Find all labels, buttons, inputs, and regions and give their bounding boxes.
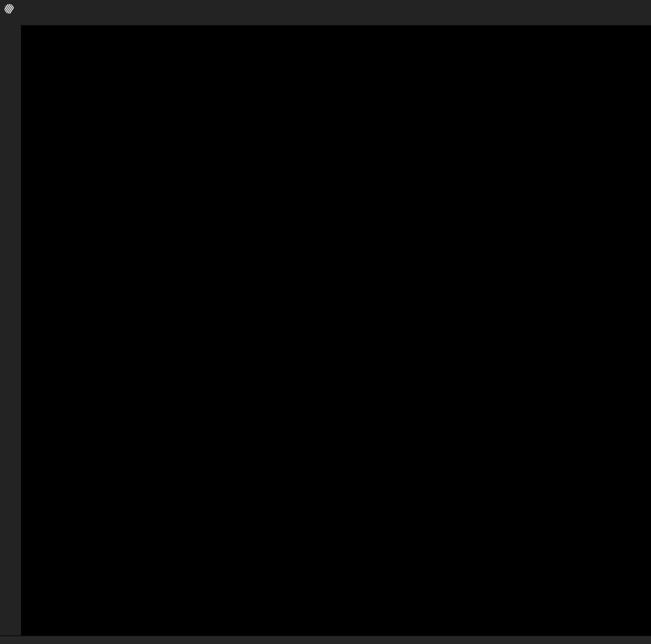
spectrogram-canvas [21,25,651,635]
colorbar [179,5,494,8]
footer [0,636,651,644]
spectrogram-plot [21,25,651,635]
gfz-logo-icon [4,3,14,14]
